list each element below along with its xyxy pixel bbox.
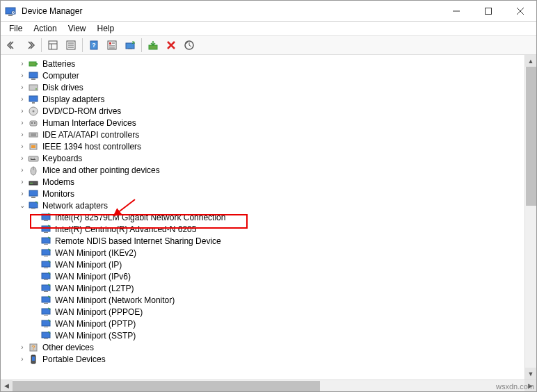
update-driver-button[interactable] xyxy=(122,37,138,54)
tree-node-label: Portable Devices xyxy=(41,354,107,364)
netcard-icon xyxy=(40,283,51,294)
tree-node[interactable]: ›Portable Devices xyxy=(1,353,524,365)
expand-icon[interactable]: › xyxy=(17,142,27,152)
svg-rect-56 xyxy=(29,190,38,196)
tree-node[interactable]: WAN Miniport (Network Monitor) xyxy=(1,294,524,306)
expand-icon[interactable]: › xyxy=(17,130,27,140)
scroll-thumb[interactable] xyxy=(526,67,536,206)
battery-icon xyxy=(28,58,39,70)
expand-icon[interactable]: › xyxy=(17,118,27,128)
horizontal-scrollbar[interactable]: ◀ ▶ xyxy=(1,379,536,391)
tree-node[interactable]: WAN Miniport (PPPOE) xyxy=(1,306,524,318)
tree-node[interactable]: ›IDE ATA/ATAPI controllers xyxy=(1,129,524,140)
uninstall-button[interactable] xyxy=(163,37,179,54)
expand-icon[interactable]: › xyxy=(17,59,27,69)
svg-point-54 xyxy=(30,182,31,183)
menu-file[interactable]: File xyxy=(3,22,28,35)
svg-rect-66 xyxy=(42,250,50,255)
svg-rect-74 xyxy=(42,297,50,302)
svg-rect-72 xyxy=(42,285,50,291)
tree-node[interactable]: WAN Miniport (PPTP) xyxy=(1,318,524,329)
expand-icon[interactable]: › xyxy=(17,343,27,352)
scroll-down-button[interactable]: ▼ xyxy=(525,368,536,379)
scroll-left-button[interactable]: ◀ xyxy=(1,380,13,391)
tree-node[interactable]: ›Human Interface Devices xyxy=(1,117,524,129)
menu-help[interactable]: Help xyxy=(92,22,120,35)
tree-node[interactable]: WAN Miniport (L2TP) xyxy=(1,282,524,294)
svg-rect-58 xyxy=(29,202,38,208)
expand-icon[interactable]: › xyxy=(17,177,27,187)
expander-placeholder xyxy=(30,248,40,258)
svg-point-55 xyxy=(31,182,33,183)
tree-node-label: Display adapters xyxy=(41,95,106,104)
titlebar[interactable]: Device Manager xyxy=(1,1,536,22)
forward-button[interactable] xyxy=(22,37,38,54)
action-button[interactable] xyxy=(104,37,120,54)
tree-node[interactable]: ›Monitors xyxy=(1,188,524,199)
properties-button[interactable] xyxy=(63,37,79,54)
menubar: File Action View Help xyxy=(1,22,536,35)
tree-node[interactable]: ›Batteries xyxy=(1,58,524,70)
tree-node[interactable]: WAN Miniport (SSTP) xyxy=(1,329,524,341)
svg-rect-40 xyxy=(29,133,38,137)
vertical-scrollbar[interactable]: ▲ ▼ xyxy=(524,55,536,379)
watermark: wsxdn.com xyxy=(496,382,534,391)
tree-node[interactable]: ›Keyboards xyxy=(1,152,524,164)
expand-icon[interactable]: › xyxy=(17,83,27,92)
tree-node[interactable]: WAN Miniport (IKEv2) xyxy=(1,247,524,259)
device-tree[interactable]: ›Batteries›Computer›Disk drives›Display … xyxy=(1,55,524,379)
svg-rect-75 xyxy=(44,303,48,304)
tree-node[interactable]: Intel(R) Centrino(R) Advanced-N 6205 xyxy=(1,223,524,235)
tree-node-label: IEEE 1394 host controllers xyxy=(41,142,143,152)
tree-node[interactable]: ›Display adapters xyxy=(1,93,524,105)
tree-node[interactable]: ›Disk drives xyxy=(1,81,524,93)
show-hide-console-button[interactable] xyxy=(45,37,61,54)
minimize-button[interactable] xyxy=(440,1,472,22)
svg-rect-68 xyxy=(42,261,50,267)
tree-node[interactable]: WAN Miniport (IPv6) xyxy=(1,270,524,282)
tree-node[interactable]: Remote NDIS based Internet Sharing Devic… xyxy=(1,235,524,247)
scroll-thumb-h[interactable] xyxy=(13,381,320,391)
svg-rect-79 xyxy=(44,327,48,327)
close-button[interactable] xyxy=(504,1,536,22)
tree-node[interactable]: ›DVD/CD-ROM drives xyxy=(1,105,524,117)
expand-icon[interactable]: › xyxy=(17,189,27,199)
tree-node[interactable]: ›Computer xyxy=(1,70,524,81)
expand-icon[interactable]: › xyxy=(17,165,27,175)
svg-rect-71 xyxy=(44,279,48,280)
collapse-icon[interactable]: ⌄ xyxy=(17,201,27,211)
tree-node[interactable]: ⌄Network adapters xyxy=(1,199,524,211)
tree-node[interactable]: ›Mice and other pointing devices xyxy=(1,164,524,176)
tree-node[interactable]: ›IEEE 1394 host controllers xyxy=(1,140,524,152)
tree-node[interactable]: ›?Other devices xyxy=(1,341,524,353)
svg-rect-1 xyxy=(8,15,13,16)
svg-rect-21 xyxy=(126,43,134,49)
expand-icon[interactable]: › xyxy=(17,154,27,163)
enable-button[interactable] xyxy=(145,37,161,54)
svg-rect-37 xyxy=(30,121,37,126)
back-button[interactable] xyxy=(3,37,20,54)
svg-point-39 xyxy=(34,122,35,124)
tree-node-label: WAN Miniport (L2TP) xyxy=(54,284,136,293)
scroll-up-button[interactable]: ▲ xyxy=(525,55,536,67)
svg-rect-17 xyxy=(109,42,111,44)
menu-view[interactable]: View xyxy=(63,22,92,35)
expand-icon[interactable]: › xyxy=(17,106,27,116)
maximize-button[interactable] xyxy=(472,1,504,22)
expand-icon[interactable]: › xyxy=(17,354,27,364)
app-icon xyxy=(5,6,16,17)
menu-action[interactable]: Action xyxy=(28,22,62,35)
expand-icon[interactable]: › xyxy=(17,95,27,104)
portable-icon xyxy=(28,354,39,365)
toolbar-separator xyxy=(141,38,142,52)
scan-hardware-button[interactable] xyxy=(181,37,198,54)
help-button[interactable]: ? xyxy=(86,37,102,54)
tree-node[interactable]: WAN Miniport (IP) xyxy=(1,259,524,270)
tree-node-label: Modems xyxy=(41,177,76,187)
tree-node[interactable]: ›Modems xyxy=(1,176,524,188)
expand-icon[interactable]: › xyxy=(17,71,27,81)
tree-node-label: WAN Miniport (PPTP) xyxy=(54,319,137,329)
svg-rect-73 xyxy=(44,291,48,292)
scroll-track[interactable] xyxy=(13,380,524,391)
tree-node[interactable]: Intel(R) 82579LM Gigabit Network Connect… xyxy=(1,211,524,223)
